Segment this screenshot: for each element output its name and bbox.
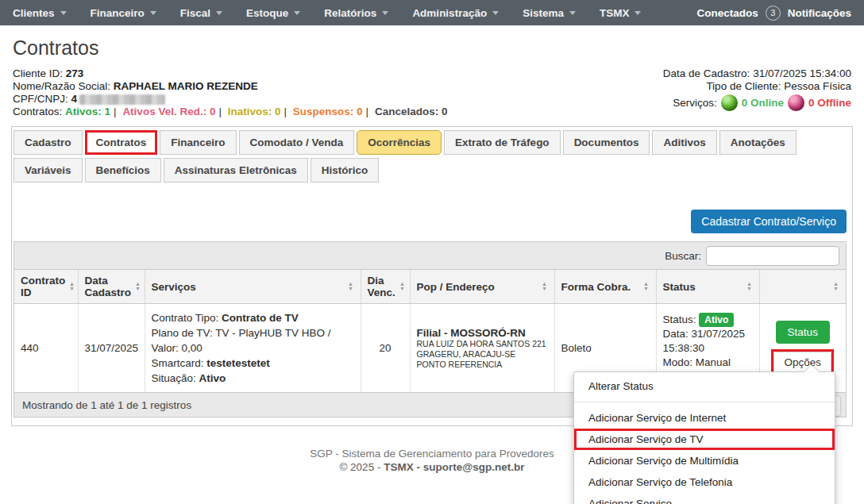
chevron-down-icon xyxy=(60,11,67,15)
nav-estoque[interactable]: Estoque xyxy=(246,7,300,19)
search-input[interactable] xyxy=(706,246,839,266)
chevron-down-icon xyxy=(294,11,300,15)
online-orb-icon xyxy=(721,94,738,111)
nav-relatorios[interactable]: Relatórios xyxy=(324,7,388,19)
contracts-label: Contratos: xyxy=(13,106,62,117)
sort-icon[interactable] xyxy=(642,282,650,291)
tab-beneficios[interactable]: Benefícios xyxy=(85,158,161,183)
tab-bar: Cadastro Contratos Financeiro Comodato /… xyxy=(13,130,851,186)
connected-count-badge[interactable]: 3 xyxy=(766,6,781,21)
nav-label: Relatórios xyxy=(324,7,376,19)
client-id-label: Cliente ID: xyxy=(13,67,63,79)
top-navbar: Clientes Financeiro Fiscal Estoque Relat… xyxy=(0,0,864,25)
nav-fiscal[interactable]: Fiscal xyxy=(180,7,222,19)
client-type-value: Pessoa Física xyxy=(784,80,851,92)
tab-variaveis[interactable]: Variáveis xyxy=(14,158,83,183)
menu-item-adicionar-tv[interactable]: Adicionar Serviço de TV xyxy=(574,429,835,450)
sort-icon[interactable] xyxy=(399,282,406,291)
client-type-label: Tipo de Cliente: xyxy=(706,80,781,92)
records-info: Mostrando de 1 até 1 de 1 registros xyxy=(22,399,191,411)
nav-label: Fiscal xyxy=(180,7,210,19)
chevron-down-icon xyxy=(150,11,156,15)
connected-link[interactable]: Conectados xyxy=(696,7,758,19)
services-label: Serviços: xyxy=(673,97,717,110)
sort-icon[interactable] xyxy=(541,282,548,291)
cell-services: Contrato Tipo: Contrato de TV Plano de T… xyxy=(145,304,361,393)
tab-anotacoes[interactable]: Anotações xyxy=(719,130,796,155)
page-title: Contratos xyxy=(13,37,851,60)
sort-icon[interactable] xyxy=(347,282,354,291)
counter-cancelados: Cancelados: 0 xyxy=(375,106,448,117)
tab-cadastro[interactable]: Cadastro xyxy=(14,130,83,155)
status-badge: Ativo xyxy=(699,313,734,327)
nav-label: Estoque xyxy=(246,7,288,19)
counter-suspensos: Suspensos: 0 xyxy=(293,106,363,117)
separator: | xyxy=(366,106,369,117)
tab-aditivos[interactable]: Aditivos xyxy=(652,130,716,155)
chevron-down-icon xyxy=(382,11,388,15)
col-data-cadastro[interactable]: Data Cadastro xyxy=(78,270,145,304)
chevron-down-icon xyxy=(492,11,499,15)
register-contract-button[interactable]: Cadastrar Contrato/Serviço xyxy=(691,210,847,233)
menu-item-adicionar-servico[interactable]: Adicionar Serviço xyxy=(574,493,835,504)
col-pop-endereco[interactable]: Pop / Endereço xyxy=(410,270,554,304)
tab-ocorrencias[interactable]: Ocorrências xyxy=(357,130,442,155)
separator: | xyxy=(218,106,222,117)
menu-divider xyxy=(574,402,835,402)
sort-icon[interactable] xyxy=(832,282,839,291)
menu-item-adicionar-telefonia[interactable]: Adicionar Serviço de Telefonia xyxy=(574,471,835,493)
tab-extrato-de-trafego[interactable]: Extrato de Tráfego xyxy=(444,130,561,155)
tab-assinaturas-eletronicas[interactable]: Assinaturas Eletrônicas xyxy=(164,158,308,183)
footer-copyright: © 2025 - xyxy=(339,461,380,473)
separator: | xyxy=(284,106,287,117)
tab-financeiro[interactable]: Financeiro xyxy=(160,130,236,155)
cell-pop-address: Filial - MOSSORÓ-RN RUA LUIZ DA HORA SAN… xyxy=(410,304,554,393)
status-button[interactable]: Status xyxy=(776,321,830,344)
options-dropdown-menu: Alterar Status Adicionar Serviço de Inte… xyxy=(573,371,835,504)
nav-label: Financeiro xyxy=(91,7,145,19)
sort-icon[interactable] xyxy=(746,282,753,291)
tab-comodato-venda[interactable]: Comodato / Venda xyxy=(239,130,355,155)
redacted-document xyxy=(79,94,165,105)
chevron-down-icon xyxy=(569,11,576,15)
offline-count: 0 Offline xyxy=(808,97,851,110)
nav-tsmx[interactable]: TSMX xyxy=(600,7,642,19)
cell-contract-id: 440 xyxy=(14,304,78,393)
col-status[interactable]: Status xyxy=(656,270,759,304)
col-actions[interactable] xyxy=(759,270,846,304)
nav-label: Sistema xyxy=(523,7,564,19)
client-info: Cliente ID: 273 Nome/Razão Social: RAPHA… xyxy=(13,67,851,118)
cell-due-day: 20 xyxy=(361,304,410,393)
offline-orb-icon xyxy=(788,94,804,111)
notifications-link[interactable]: Notificações xyxy=(788,7,851,19)
col-dia-venc[interactable]: Dia Venc. xyxy=(361,270,410,304)
client-name-value: RAPHAEL MARIO REZENDE xyxy=(114,80,258,92)
options-button[interactable]: Opções xyxy=(773,352,831,373)
nav-financeiro[interactable]: Financeiro xyxy=(91,7,156,19)
footer-brand: TSMX - suporte@sgp.net.br xyxy=(384,461,524,473)
col-forma-cobra[interactable]: Forma Cobra. xyxy=(554,270,656,304)
counter-ativos: Ativos: 1 xyxy=(65,106,110,117)
search-label: Buscar: xyxy=(665,250,701,262)
nav-label: Clientes xyxy=(13,7,55,19)
tab-contratos[interactable]: Contratos xyxy=(85,130,158,155)
chevron-down-icon xyxy=(216,11,222,15)
sort-icon[interactable] xyxy=(68,282,75,291)
col-contrato-id[interactable]: Contrato ID xyxy=(14,270,78,304)
tab-documentos[interactable]: Documentos xyxy=(563,130,650,155)
counter-inativos: Inativos: 0 xyxy=(228,106,281,117)
client-name-label: Nome/Razão Social: xyxy=(13,80,110,92)
col-servicos[interactable]: Serviços xyxy=(145,270,361,304)
separator: | xyxy=(114,106,117,117)
sort-icon[interactable] xyxy=(134,282,141,291)
registered-label: Data de Cadastro: xyxy=(663,67,750,79)
menu-item-adicionar-multimidia[interactable]: Adicionar Serviço de Multimídia xyxy=(574,450,835,471)
tab-historico[interactable]: Histórico xyxy=(310,158,380,183)
menu-item-adicionar-internet[interactable]: Adicionar Serviço de Internet xyxy=(574,407,835,429)
table-header-row: Contrato ID Data Cadastro Serviços Dia V… xyxy=(14,270,846,304)
nav-sistema[interactable]: Sistema xyxy=(523,7,576,19)
nav-administracao[interactable]: Administração xyxy=(412,7,499,19)
menu-item-alterar-status[interactable]: Alterar Status xyxy=(574,375,835,397)
nav-label: Administração xyxy=(412,7,487,19)
nav-clientes[interactable]: Clientes xyxy=(13,7,67,19)
